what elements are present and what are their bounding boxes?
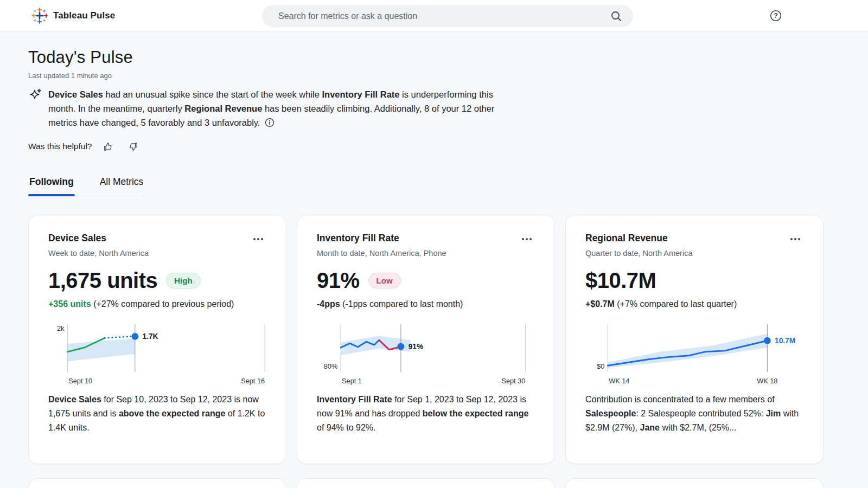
sparkle-icon <box>28 88 42 102</box>
thumbs-up-icon <box>103 141 114 152</box>
page-title: Today's Pulse <box>28 48 840 67</box>
sparkline-chart: 10.7M$0WK 14WK 18 <box>585 320 803 386</box>
metric-title: Inventory Fill Rate <box>317 233 446 244</box>
tab-following[interactable]: Following <box>28 171 75 196</box>
svg-text:Sept 16: Sept 16 <box>241 377 265 385</box>
sparkline-chart: 91%80%Sept 1Sept 30 <box>317 320 535 386</box>
search-bar[interactable] <box>262 5 633 27</box>
more-options-icon <box>794 238 796 240</box>
metric-value: 1,675 units <box>48 268 157 293</box>
feedback-row: Was this helpful? <box>28 138 840 155</box>
main-content: Today's Pulse Last updated 1 minute ago … <box>0 48 868 488</box>
insight-banner: Device Sales had an unusual spike since … <box>28 87 506 130</box>
metric-summary: Contribution is concentrated to a few me… <box>585 393 803 435</box>
svg-text:$0: $0 <box>597 362 604 370</box>
metric-title: Regional Revenue <box>585 233 692 244</box>
tableau-logo-icon <box>31 8 48 24</box>
metric-cards-row: Device Sales Week to date, North America… <box>28 215 840 464</box>
metric-title: Device Sales <box>48 233 149 244</box>
search-input[interactable] <box>262 5 610 27</box>
metric-delta: -4pps (-1pps compared to last month) <box>317 299 535 309</box>
svg-text:10.7M: 10.7M <box>775 337 795 345</box>
metric-card-device-sales[interactable]: Device Sales Week to date, North America… <box>28 215 286 464</box>
feedback-prompt: Was this helpful? <box>28 142 92 151</box>
svg-text:Sept 1: Sept 1 <box>342 377 362 385</box>
svg-text:Sept 10: Sept 10 <box>68 377 92 385</box>
app-name: Tableau Pulse <box>53 10 115 21</box>
svg-text:WK 14: WK 14 <box>609 377 629 385</box>
search-icon[interactable] <box>610 10 633 22</box>
svg-text:91%: 91% <box>409 343 423 351</box>
info-icon[interactable] <box>265 118 275 127</box>
svg-text:?: ? <box>774 12 778 20</box>
metric-card-partial[interactable] <box>28 478 286 488</box>
thumbs-down-button[interactable] <box>124 138 142 155</box>
more-options-button[interactable] <box>519 233 535 246</box>
metric-delta: +$0.7M (+7% compared to last quarter) <box>585 299 803 309</box>
metric-value: 91% <box>317 268 360 293</box>
more-options-button[interactable] <box>787 233 803 246</box>
more-options-icon <box>526 238 528 240</box>
svg-text:2k: 2k <box>57 324 65 332</box>
metric-card-inventory-fill-rate[interactable]: Inventory Fill Rate Month to date, North… <box>297 215 555 464</box>
metric-card-regional-revenue[interactable]: Regional Revenue Quarter to date, North … <box>565 215 824 464</box>
thumbs-up-button[interactable] <box>99 138 117 155</box>
svg-text:1.7K: 1.7K <box>143 332 158 341</box>
thumbs-down-icon <box>127 141 139 152</box>
next-metric-cards-row <box>28 478 840 488</box>
svg-text:Sept 30: Sept 30 <box>501 377 525 385</box>
metric-delta: +356 units (+27% compared to previous pe… <box>48 299 266 309</box>
metric-summary: Inventory Fill Rate for Sep 1, 2023 to S… <box>317 393 535 435</box>
svg-text:WK 18: WK 18 <box>757 377 777 385</box>
help-button[interactable]: ? <box>767 7 784 24</box>
metric-subtitle: Month to date, North America, Phone <box>317 249 446 258</box>
svg-text:80%: 80% <box>324 362 338 370</box>
app-logo[interactable]: Tableau Pulse <box>31 8 115 24</box>
help-icon: ? <box>769 9 782 22</box>
insight-text: Device Sales had an unusual spike since … <box>48 87 506 130</box>
status-badge-low: Low <box>368 273 401 288</box>
metric-summary: Device Sales for Sep 10, 2023 to Sep 12,… <box>48 393 266 435</box>
metric-subtitle: Week to date, North America <box>48 249 149 258</box>
metric-card-partial[interactable] <box>297 478 555 488</box>
sparkline-chart: 1.7K2kSept 10Sept 16 <box>48 320 266 386</box>
status-badge-high: High <box>166 273 200 288</box>
metric-value: $10.7M <box>585 268 656 293</box>
metrics-tab-bar: Following All Metrics <box>28 171 144 196</box>
last-updated-text: Last updated 1 minute ago <box>28 72 840 80</box>
app-header: Tableau Pulse ? <box>0 0 868 31</box>
metric-subtitle: Quarter to date, North America <box>585 249 692 258</box>
more-options-button[interactable] <box>250 233 266 246</box>
more-options-icon <box>257 238 259 240</box>
tab-all-metrics[interactable]: All Metrics <box>99 171 145 196</box>
metric-card-partial[interactable] <box>565 478 824 488</box>
